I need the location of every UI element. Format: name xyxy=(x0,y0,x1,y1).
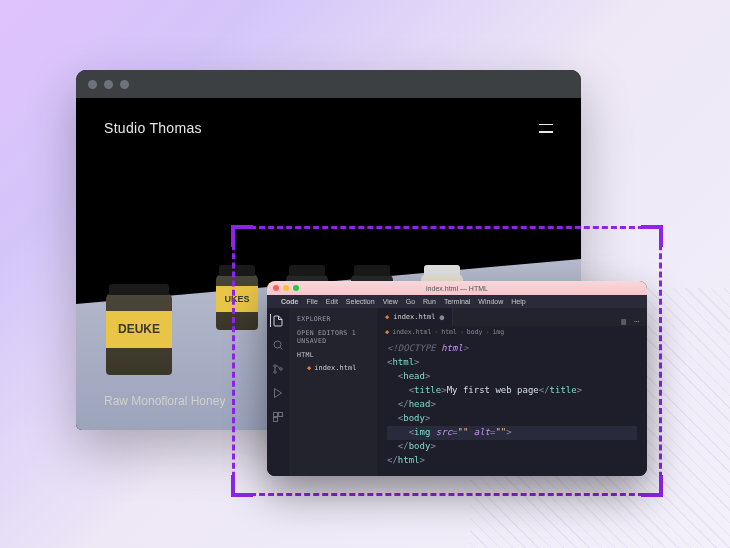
menu-item[interactable]: Help xyxy=(511,298,525,305)
window-dot xyxy=(120,80,129,89)
activity-bar xyxy=(267,308,289,476)
jar-large: DEUKE xyxy=(106,293,172,375)
hamburger-icon[interactable] xyxy=(539,124,553,133)
sidebar-title: EXPLORER xyxy=(289,312,377,326)
explorer-sidebar: EXPLORER OPEN EDITORS 1 UNSAVED HTML ◆ i… xyxy=(289,308,377,476)
debug-icon[interactable] xyxy=(272,386,285,399)
split-editor-icon[interactable]: ▥ xyxy=(621,317,626,326)
editor-tab[interactable]: ◆ index.html ● xyxy=(377,308,453,326)
traffic-lights xyxy=(273,285,299,291)
window-dot xyxy=(88,80,97,89)
search-icon[interactable] xyxy=(272,338,285,351)
minimize-icon[interactable] xyxy=(283,285,289,291)
more-icon[interactable]: ⋯ xyxy=(634,317,639,326)
caption: Raw Monofloral Honey xyxy=(104,394,225,408)
html-file-icon: ◆ xyxy=(385,328,389,336)
window-title: index.html — HTML xyxy=(426,285,488,292)
zoom-icon[interactable] xyxy=(293,285,299,291)
file-name: index.html xyxy=(314,364,356,372)
vscode-window: index.html — HTML Code File Edit Selecti… xyxy=(267,281,647,476)
site-header: Studio Thomas xyxy=(76,98,581,136)
menu-item[interactable]: Selection xyxy=(346,298,375,305)
explorer-icon[interactable] xyxy=(270,314,285,327)
window-dot xyxy=(104,80,113,89)
menubar: Code File Edit Selection View Go Run Ter… xyxy=(267,295,647,308)
sidebar-section[interactable]: OPEN EDITORS 1 UNSAVED xyxy=(289,326,377,348)
app-name[interactable]: Code xyxy=(281,298,299,305)
file-row[interactable]: ◆ index.html xyxy=(289,362,377,374)
code-area[interactable]: <!DOCTYPE html> <html> <head> <title>My … xyxy=(377,338,647,471)
tab-label: index.html xyxy=(393,313,435,321)
corner-handle[interactable] xyxy=(231,475,253,497)
svg-point-0 xyxy=(274,341,281,348)
corner-handle[interactable] xyxy=(641,225,663,247)
site-title: Studio Thomas xyxy=(104,120,202,136)
tab-actions: ▥ ⋯ xyxy=(613,317,647,326)
svg-rect-5 xyxy=(279,412,283,416)
close-icon[interactable] xyxy=(273,285,279,291)
tabbar: ◆ index.html ● ▥ ⋯ xyxy=(377,308,647,326)
html-file-icon: ◆ xyxy=(385,313,389,321)
mac-titlebar: index.html — HTML xyxy=(267,281,647,295)
svg-rect-4 xyxy=(274,412,278,416)
svg-point-3 xyxy=(280,367,283,370)
svg-point-1 xyxy=(274,364,277,367)
menu-item[interactable]: View xyxy=(383,298,398,305)
menu-item[interactable]: Go xyxy=(406,298,415,305)
jar: UKES xyxy=(216,274,258,330)
extensions-icon[interactable] xyxy=(272,410,285,423)
menu-item[interactable]: Window xyxy=(478,298,503,305)
breadcrumb[interactable]: ◆ index.html› html› body› img xyxy=(377,326,647,338)
svg-rect-6 xyxy=(274,417,278,421)
html-file-icon: ◆ xyxy=(307,364,311,372)
sidebar-section[interactable]: HTML xyxy=(289,348,377,362)
editor: ◆ index.html ● ▥ ⋯ ◆ index.html› html› b… xyxy=(377,308,647,476)
menu-item[interactable]: Run xyxy=(423,298,436,305)
svg-point-2 xyxy=(274,370,277,373)
source-control-icon[interactable] xyxy=(272,362,285,375)
menu-item[interactable]: Edit xyxy=(326,298,338,305)
close-tab-icon[interactable]: ● xyxy=(439,313,444,322)
browser-chrome xyxy=(76,70,581,98)
menu-item[interactable]: File xyxy=(307,298,318,305)
menu-item[interactable]: Terminal xyxy=(444,298,470,305)
